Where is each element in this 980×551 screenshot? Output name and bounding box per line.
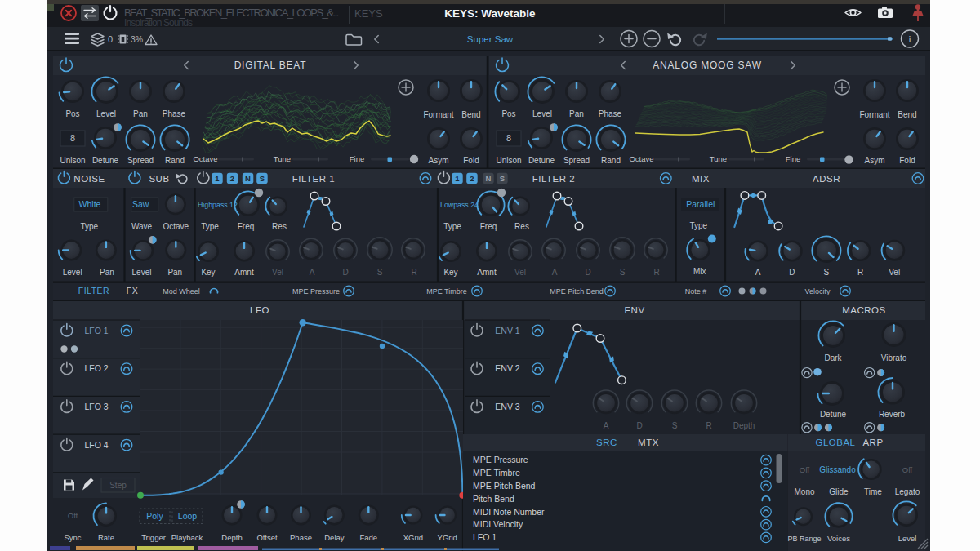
svg-text:A: A: [604, 421, 609, 430]
svg-text:MPE Pressure: MPE Pressure: [473, 455, 528, 464]
svg-text:Level: Level: [532, 109, 552, 118]
svg-text:Sync: Sync: [64, 533, 81, 542]
svg-text:i: i: [908, 33, 911, 45]
svg-text:Asym: Asym: [429, 156, 449, 165]
svg-text:ENV 1: ENV 1: [495, 326, 520, 335]
svg-text:Tune: Tune: [710, 154, 727, 163]
svg-text:Pan: Pan: [167, 268, 182, 277]
svg-text:Unison: Unison: [60, 156, 85, 165]
svg-text:KEYS: Wavetable: KEYS: Wavetable: [444, 7, 536, 20]
svg-text:D: D: [789, 268, 795, 277]
svg-text:S: S: [500, 174, 505, 183]
svg-text:Offset: Offset: [256, 533, 278, 542]
svg-text:Pan: Pan: [569, 109, 584, 118]
svg-text:Playback: Playback: [172, 533, 203, 542]
svg-text:Fold: Fold: [899, 156, 915, 165]
svg-text:2: 2: [470, 174, 474, 183]
svg-text:MPE Pitch Bend: MPE Pitch Bend: [550, 287, 604, 295]
svg-text:Octave: Octave: [193, 154, 217, 163]
svg-text:Fine: Fine: [350, 154, 364, 163]
svg-text:PB Range: PB Range: [787, 535, 821, 543]
svg-text:ADSR: ADSR: [813, 174, 840, 184]
svg-text:R: R: [653, 268, 659, 277]
svg-text:FILTER: FILTER: [78, 286, 109, 295]
svg-text:Rate: Rate: [98, 533, 114, 542]
svg-text:N: N: [245, 174, 251, 183]
svg-text:FILTER 1: FILTER 1: [292, 174, 335, 184]
svg-text:Mono: Mono: [794, 487, 814, 496]
svg-text:Vibrato: Vibrato: [881, 353, 907, 362]
svg-text:S: S: [620, 268, 626, 277]
svg-text:S: S: [672, 421, 678, 430]
svg-text:Pan: Pan: [133, 109, 148, 118]
svg-text:8: 8: [70, 133, 75, 143]
svg-text:MIDI Velocity: MIDI Velocity: [473, 519, 523, 529]
svg-text:MPE Pressure: MPE Pressure: [292, 287, 340, 295]
svg-text:Loop: Loop: [178, 511, 198, 521]
svg-text:Super Saw: Super Saw: [467, 34, 514, 44]
svg-text:Octave: Octave: [629, 154, 653, 163]
svg-text:Glide: Glide: [829, 487, 849, 496]
svg-text:Reverb: Reverb: [879, 410, 906, 419]
svg-text:Off: Off: [68, 511, 78, 520]
svg-text:Phase: Phase: [290, 533, 312, 542]
svg-text:R: R: [858, 268, 863, 277]
svg-text:Detune: Detune: [92, 156, 119, 165]
svg-text:SUB: SUB: [149, 174, 169, 184]
svg-text:Note #: Note #: [685, 287, 707, 295]
svg-text:MPE Timbre: MPE Timbre: [473, 468, 520, 478]
svg-text:Saw: Saw: [132, 199, 149, 209]
svg-text:Asym: Asym: [865, 156, 885, 165]
svg-text:LFO 4: LFO 4: [84, 440, 108, 450]
svg-text:Amnt: Amnt: [477, 268, 497, 277]
svg-text:Rand: Rand: [165, 156, 185, 165]
svg-text:1: 1: [215, 174, 220, 183]
svg-text:MACROS: MACROS: [842, 305, 885, 315]
svg-text:LFO 1: LFO 1: [84, 326, 108, 335]
svg-text:D: D: [585, 268, 590, 277]
svg-text:Spread: Spread: [564, 156, 590, 165]
svg-text:Inspiration Sounds: Inspiration Sounds: [124, 17, 193, 29]
svg-text:MPE Pitch Bend: MPE Pitch Bend: [473, 481, 536, 491]
svg-text:Vel: Vel: [514, 268, 526, 277]
svg-text:Octave: Octave: [163, 222, 189, 231]
svg-text:Amnt: Amnt: [234, 268, 254, 277]
svg-text:Off: Off: [800, 465, 810, 474]
svg-text:Vel: Vel: [889, 268, 900, 277]
svg-text:XGrid: XGrid: [403, 533, 423, 542]
svg-text:Lowpass 24: Lowpass 24: [440, 201, 479, 209]
svg-text:LFO 1: LFO 1: [473, 532, 497, 542]
svg-text:Formant: Formant: [859, 110, 889, 119]
svg-text:Type: Type: [80, 222, 98, 231]
svg-text:S: S: [377, 268, 383, 277]
svg-text:Phase: Phase: [599, 109, 622, 118]
svg-text:Fade: Fade: [359, 533, 377, 542]
svg-text:Level: Level: [898, 534, 917, 543]
svg-text:Tune: Tune: [274, 154, 291, 163]
svg-text:S: S: [260, 174, 265, 183]
svg-text:Detune: Detune: [820, 410, 847, 419]
svg-text:Level: Level: [132, 268, 152, 277]
svg-text:A: A: [755, 268, 761, 277]
svg-text:Res: Res: [514, 222, 529, 231]
svg-text:DIGITAL BEAT: DIGITAL BEAT: [234, 60, 307, 71]
svg-text:8: 8: [506, 133, 511, 143]
svg-text:FILTER 2: FILTER 2: [532, 174, 575, 184]
svg-text:Type: Type: [443, 222, 461, 231]
svg-text:D: D: [636, 421, 642, 430]
svg-text:Depth: Depth: [733, 421, 755, 430]
svg-text:YGrid: YGrid: [438, 533, 457, 542]
svg-text:Dark: Dark: [824, 353, 842, 362]
svg-text:FX: FX: [127, 286, 138, 295]
svg-text:Type: Type: [689, 221, 707, 230]
svg-text:Glissando: Glissando: [819, 465, 856, 474]
svg-text:Wave: Wave: [131, 222, 153, 231]
svg-text:Step: Step: [109, 481, 127, 490]
svg-text:Detune: Detune: [528, 156, 555, 165]
svg-text:A: A: [310, 268, 315, 277]
svg-text:Parallel: Parallel: [686, 199, 715, 209]
svg-text:Highpass 12: Highpass 12: [198, 201, 238, 209]
svg-text:MIDI Note Number: MIDI Note Number: [473, 507, 545, 517]
svg-text:0: 0: [108, 34, 113, 44]
svg-text:Rand: Rand: [601, 156, 621, 165]
